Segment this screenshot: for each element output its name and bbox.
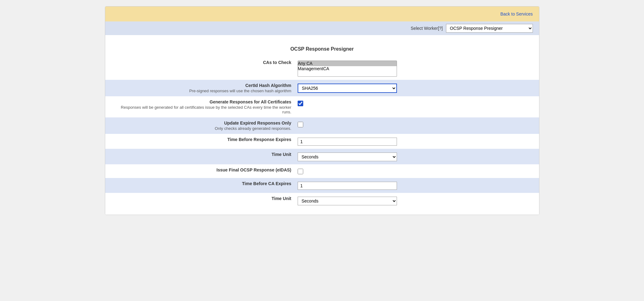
certid-hash-label-cell: CertId Hash Algorithm Pre-signed respons… <box>111 83 298 93</box>
update-expired-label-cell: Update Expired Responses Only Only check… <box>111 121 298 131</box>
update-expired-label: Update Expired Responses Only <box>111 121 291 125</box>
worker-select[interactable]: OCSP Response Presigner <box>446 24 533 33</box>
time-before-ca-row: Time Before CA Expires <box>105 178 539 193</box>
main-container: Back to Services Select Worker[?] OCSP R… <box>105 6 539 215</box>
generate-responses-row: Generate Responses for All Certificates … <box>105 96 539 117</box>
top-bar: Back to Services <box>105 7 539 21</box>
cas-to-check-label-cell: CAs to Check <box>111 60 298 65</box>
update-expired-sublabel: Only checks already generated responses. <box>111 126 291 131</box>
update-expired-row: Update Expired Responses Only Only check… <box>105 117 539 134</box>
section-title: OCSP Response Presigner <box>105 41 539 57</box>
time-unit-ca-label: Time Unit <box>272 196 291 201</box>
cas-to-check-label: CAs to Check <box>263 60 291 65</box>
update-expired-input-cell <box>298 121 533 127</box>
time-unit-ca-select[interactable]: Seconds Minutes Hours Days <box>298 197 397 205</box>
select-worker-label: Select Worker[?] <box>411 26 443 31</box>
time-before-response-input[interactable] <box>298 138 397 146</box>
generate-responses-label: Generate Responses for All Certificates <box>111 99 291 104</box>
cas-to-check-input-cell: Any CA ManagementCA <box>298 60 533 77</box>
generate-responses-sublabel: Responses will be generated for all cert… <box>111 105 291 114</box>
certid-hash-input-cell: SHA256 SHA1 SHA384 SHA512 <box>298 83 533 93</box>
generate-responses-checkbox[interactable] <box>298 101 303 106</box>
time-unit-response-select[interactable]: Seconds Minutes Hours Days <box>298 153 397 161</box>
time-before-response-row: Time Before Response Expires <box>105 134 539 149</box>
time-unit-response-row: Time Unit Seconds Minutes Hours Days <box>105 149 539 164</box>
time-before-ca-label: Time Before CA Expires <box>242 181 291 186</box>
update-expired-checkbox[interactable] <box>298 122 303 127</box>
cas-to-check-row: CAs to Check Any CA ManagementCA <box>105 57 539 80</box>
content-area: OCSP Response Presigner CAs to Check Any… <box>105 35 539 215</box>
issue-final-ocsp-input-cell <box>298 167 533 174</box>
certid-hash-sublabel: Pre-signed responses will use the chosen… <box>111 89 291 93</box>
time-unit-response-input-cell: Seconds Minutes Hours Days <box>298 152 533 161</box>
time-before-ca-label-cell: Time Before CA Expires <box>111 181 298 186</box>
time-before-response-label: Time Before Response Expires <box>227 137 291 142</box>
time-unit-response-label-cell: Time Unit <box>111 152 298 157</box>
issue-final-ocsp-label: Issue Final OCSP Response (eIDAS) <box>217 167 291 172</box>
time-unit-ca-label-cell: Time Unit <box>111 196 298 201</box>
time-unit-response-label: Time Unit <box>272 152 291 157</box>
cas-to-check-listbox[interactable]: Any CA ManagementCA <box>298 61 397 77</box>
time-unit-ca-input-cell: Seconds Minutes Hours Days <box>298 196 533 205</box>
generate-responses-label-cell: Generate Responses for All Certificates … <box>111 99 298 114</box>
time-before-ca-input[interactable] <box>298 182 397 190</box>
time-before-response-label-cell: Time Before Response Expires <box>111 137 298 142</box>
certid-hash-label: CertId Hash Algorithm <box>245 83 291 88</box>
time-unit-ca-row: Time Unit Seconds Minutes Hours Days <box>105 193 539 208</box>
back-to-services-link[interactable]: Back to Services <box>500 11 533 16</box>
issue-final-ocsp-row: Issue Final OCSP Response (eIDAS) <box>105 164 539 178</box>
issue-final-ocsp-label-cell: Issue Final OCSP Response (eIDAS) <box>111 167 298 172</box>
generate-responses-input-cell <box>298 99 533 106</box>
time-before-ca-input-cell <box>298 181 533 190</box>
certid-hash-row: CertId Hash Algorithm Pre-signed respons… <box>105 80 539 96</box>
issue-final-ocsp-checkbox[interactable] <box>298 169 303 174</box>
worker-bar: Select Worker[?] OCSP Response Presigner <box>105 21 539 35</box>
time-before-response-input-cell <box>298 137 533 146</box>
certid-hash-select[interactable]: SHA256 SHA1 SHA384 SHA512 <box>298 84 397 93</box>
